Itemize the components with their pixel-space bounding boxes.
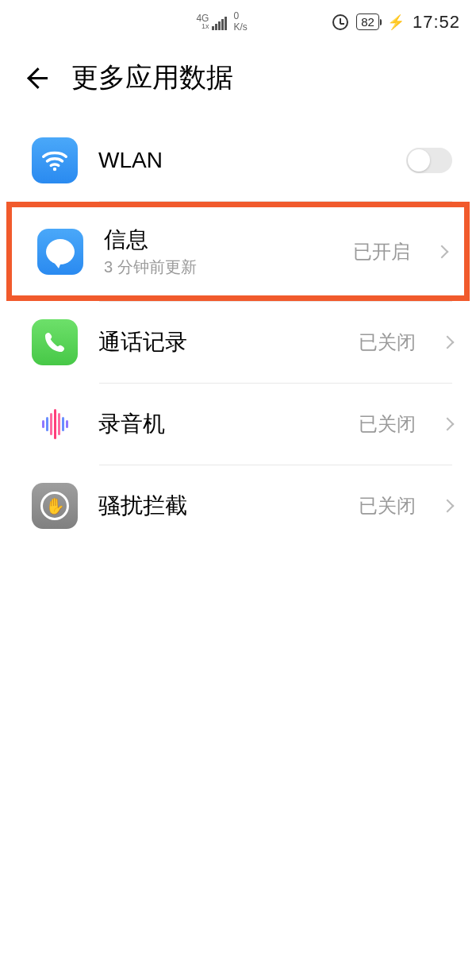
recorder-icon	[32, 401, 78, 447]
item-title: 通话记录	[98, 327, 338, 357]
speed-unit: K/s	[233, 22, 247, 33]
svg-point-0	[53, 168, 56, 171]
item-status: 已开启	[353, 239, 410, 264]
item-title: 骚扰拦截	[98, 491, 338, 521]
header: 更多应用数据	[0, 44, 476, 120]
battery-icon: 82	[356, 14, 379, 30]
page-title: 更多应用数据	[71, 60, 233, 96]
status-left: 4G 1x 0 K/s	[111, 11, 332, 32]
chevron-right-icon	[441, 418, 455, 431]
chevron-right-icon	[436, 245, 449, 258]
list-item-messages[interactable]: 信息 3 分钟前更新 已开启	[12, 207, 464, 295]
settings-list: WLAN 信息 3 分钟前更新 已开启 通话记录 已关闭	[0, 120, 476, 546]
charging-icon: ⚡	[387, 14, 405, 31]
item-title: 信息	[104, 225, 332, 255]
list-item-call-log[interactable]: 通话记录 已关闭	[0, 302, 476, 383]
status-bar: 4G 1x 0 K/s 82 ⚡ 17:52	[0, 0, 476, 44]
clock: 17:52	[413, 12, 460, 33]
list-item-recorder[interactable]: 录音机 已关闭	[0, 384, 476, 465]
status-right: 82 ⚡ 17:52	[332, 12, 460, 33]
list-item-block[interactable]: ✋ 骚扰拦截 已关闭	[0, 465, 476, 546]
chevron-right-icon	[441, 500, 455, 513]
item-subtitle: 3 分钟前更新	[104, 257, 332, 278]
wifi-icon	[32, 137, 78, 183]
alarm-icon	[332, 14, 348, 30]
item-status: 已关闭	[359, 493, 416, 519]
chevron-right-icon	[441, 336, 455, 349]
wlan-toggle[interactable]	[406, 148, 452, 173]
item-status: 已关闭	[359, 411, 416, 437]
signal-bars-icon	[212, 17, 227, 30]
speed-value: 0	[233, 11, 247, 21]
battery-level: 82	[361, 15, 374, 29]
item-title: WLAN	[98, 148, 386, 173]
phone-icon	[32, 319, 78, 365]
list-item-wlan[interactable]: WLAN	[0, 120, 476, 201]
network-sub: 1x	[202, 23, 209, 30]
item-status: 已关闭	[359, 330, 416, 355]
network-speed: 0 K/s	[233, 11, 247, 32]
signal-indicator: 4G 1x	[196, 14, 227, 30]
highlight-box: 信息 3 分钟前更新 已开启	[6, 202, 470, 301]
back-icon[interactable]	[24, 66, 48, 90]
item-title: 录音机	[98, 409, 338, 439]
messages-icon	[37, 229, 83, 275]
block-icon: ✋	[32, 483, 78, 529]
